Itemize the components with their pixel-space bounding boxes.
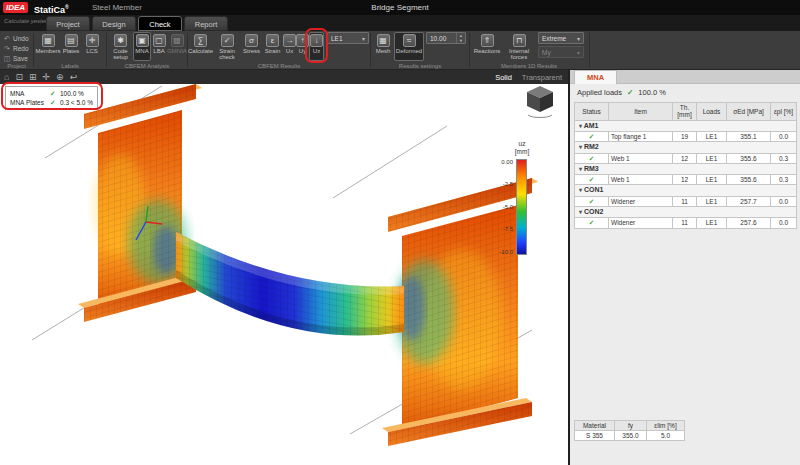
- legend-ticks: 0.00 -2.5 -5.0 -7.5 -10.0: [492, 159, 516, 255]
- stress-button[interactable]: σStress: [241, 32, 262, 61]
- internal-forces-button[interactable]: ⊓Internal forces: [502, 32, 536, 61]
- uy-button[interactable]: ↑Uy: [296, 32, 309, 61]
- undo-button[interactable]: ↶Undo: [3, 34, 29, 43]
- strain-button[interactable]: εStrain: [262, 32, 283, 61]
- ribbon-separator: [589, 33, 590, 67]
- cell-eps: 0.0: [771, 131, 797, 141]
- fem-model-scene[interactable]: [0, 84, 568, 465]
- plates-button[interactable]: ▤Plates: [60, 32, 82, 61]
- table-row[interactable]: ✓ Widener 11 LE1 257.7 0.0: [575, 196, 797, 206]
- lba-button[interactable]: ▢LBA: [151, 32, 167, 61]
- cell-th: 12: [673, 153, 697, 163]
- my-dropdown[interactable]: My▾: [538, 46, 584, 58]
- collapse-icon[interactable]: ▾: [579, 209, 582, 215]
- cell-loads: LE1: [697, 196, 727, 206]
- gmnia-button[interactable]: ▩GMNIA: [167, 32, 187, 61]
- titlebar: IDEA StatiCa® Steel Member Bridge Segmen…: [0, 0, 800, 15]
- cell-loads: LE1: [697, 175, 727, 185]
- collapse-icon[interactable]: ▾: [579, 144, 582, 150]
- strain-check-button[interactable]: ✓Strain check: [213, 32, 241, 61]
- table-row[interactable]: ✓ Web 1 12 LE1 355.6 0.3: [575, 175, 797, 185]
- solid-mode-button[interactable]: Solid: [495, 73, 512, 82]
- pan-icon[interactable]: ✛: [43, 70, 51, 84]
- deformed-button[interactable]: ≈Deformed: [394, 32, 424, 61]
- extreme-dropdown[interactable]: Extreme▾: [538, 32, 584, 44]
- view-cube-gizmo[interactable]: [522, 84, 558, 118]
- code-setup-label: Code setup: [109, 48, 132, 61]
- tab-project[interactable]: Project: [46, 16, 90, 31]
- collapse-icon[interactable]: ▾: [579, 166, 582, 172]
- status-row-mna: MNA ✓ 100.0 %: [10, 89, 93, 98]
- stepper-down-icon[interactable]: ▾: [457, 38, 465, 43]
- zoom-in-icon[interactable]: ⊕: [56, 70, 64, 84]
- save-button[interactable]: ◫Save: [3, 54, 29, 63]
- cell-item: Widener: [609, 218, 673, 228]
- table-row[interactable]: ✓ Widener 11 LE1 257.6 0.0: [575, 218, 797, 228]
- check-icon: ✓: [627, 88, 633, 97]
- redo-button[interactable]: ↷Redo: [3, 44, 29, 53]
- stress-icon: σ: [245, 34, 258, 47]
- cell-eps: 0.3: [771, 153, 797, 163]
- applied-loads-value: 100.0 %: [638, 88, 666, 97]
- group-label-cbfem-results: CBFEM Results: [188, 63, 370, 69]
- gmnia-icon: ▩: [171, 34, 184, 47]
- col-loads: Loads: [697, 103, 727, 121]
- calculate-button[interactable]: ∑Calculate: [188, 32, 213, 61]
- load-case-dropdown[interactable]: LE1▾: [327, 32, 369, 44]
- legend-tick: -5.0: [492, 204, 513, 210]
- tab-report[interactable]: Report: [184, 16, 228, 31]
- previous-view-icon[interactable]: ↩: [70, 70, 78, 84]
- col-eps-lim: εlim [%]: [647, 421, 685, 431]
- collapse-icon[interactable]: ▾: [579, 123, 582, 129]
- home-icon[interactable]: ⌂: [4, 70, 9, 84]
- cell-th: 12: [673, 175, 697, 185]
- lcs-button[interactable]: ✛LCS: [82, 32, 102, 61]
- mna-button[interactable]: ▣MNA: [133, 32, 151, 61]
- members-button[interactable]: ▦Members: [36, 32, 60, 61]
- table-group-con1[interactable]: ▾ CON1: [575, 185, 797, 196]
- uz-button[interactable]: ↓Uz: [309, 32, 324, 61]
- plate-results-table: Status Item Th. [mm] Loads σEd [MPa] εpl…: [574, 102, 797, 229]
- mesh-button[interactable]: ▦Mesh: [372, 32, 394, 61]
- tab-design[interactable]: Design: [92, 16, 136, 31]
- table-group-am1[interactable]: ▾ AM1: [575, 120, 797, 131]
- collapse-icon[interactable]: ▾: [579, 187, 582, 193]
- table-row[interactable]: ✓ Web 1 12 LE1 355.6 0.3: [575, 153, 797, 163]
- transparent-mode-button[interactable]: Transparent: [522, 73, 562, 82]
- crossbeam-mesh[interactable]: [176, 232, 404, 336]
- tab-mna-results[interactable]: MNA: [574, 70, 617, 84]
- table-group-con2[interactable]: ▾ CON2: [575, 207, 797, 218]
- cell-loads: LE1: [697, 218, 727, 228]
- reactions-button[interactable]: ⇑Reactions: [472, 32, 502, 61]
- material-header-row: Material fy εlim [%]: [575, 421, 685, 431]
- code-setup-button[interactable]: ✱Code setup: [108, 32, 133, 61]
- table-group-rm2[interactable]: ▾ RM2: [575, 142, 797, 153]
- status-check-icon: ✓: [589, 219, 594, 226]
- redo-icon: ↷: [3, 45, 11, 53]
- mna-label: MNA: [135, 48, 148, 54]
- strain-icon: ε: [266, 34, 279, 47]
- table-group-rm3[interactable]: ▾ RM3: [575, 163, 797, 174]
- fit-view-icon[interactable]: ⊡: [15, 70, 23, 84]
- group-name: CON1: [584, 186, 603, 193]
- table-row[interactable]: ✓ Top flange 1 19 LE1 355.1 0.0: [575, 131, 797, 141]
- deformed-scale-stepper[interactable]: 10.00 ▴▾: [426, 32, 466, 44]
- legend-title: uz: [510, 140, 534, 148]
- tab-check[interactable]: Check: [138, 16, 182, 31]
- check-icon: ✓: [50, 99, 60, 107]
- cell-loads: LE1: [697, 131, 727, 141]
- applied-loads-row: Applied loads ✓ 100.0 %: [577, 88, 666, 97]
- ux-label: Ux: [286, 48, 293, 54]
- internal-forces-icon: ⊓: [513, 34, 526, 47]
- zoom-window-icon[interactable]: ⊞: [29, 70, 37, 84]
- ribbon-group-labels: ▦Members ▤Plates ✛LCS Labels: [34, 31, 106, 70]
- status-value: 0.3 < 5.0 %: [60, 99, 93, 106]
- left-girder-mesh[interactable]: [78, 84, 202, 322]
- material-row: S 355 355.0 5.0: [575, 431, 685, 441]
- chevron-down-icon: ▾: [362, 35, 365, 42]
- ribbon-tabs: Project Design Check Report: [46, 16, 228, 31]
- col-sigma: σEd [MPa]: [727, 103, 771, 121]
- ux-button[interactable]: →Ux: [283, 32, 296, 61]
- color-legend: uz [mm] 0.00 -2.5 -5.0 -7.5 -10.0: [492, 140, 550, 255]
- model-viewport[interactable]: ⌂ ⊡ ⊞ ✛ ⊕ ↩ Solid Transparent: [0, 70, 568, 465]
